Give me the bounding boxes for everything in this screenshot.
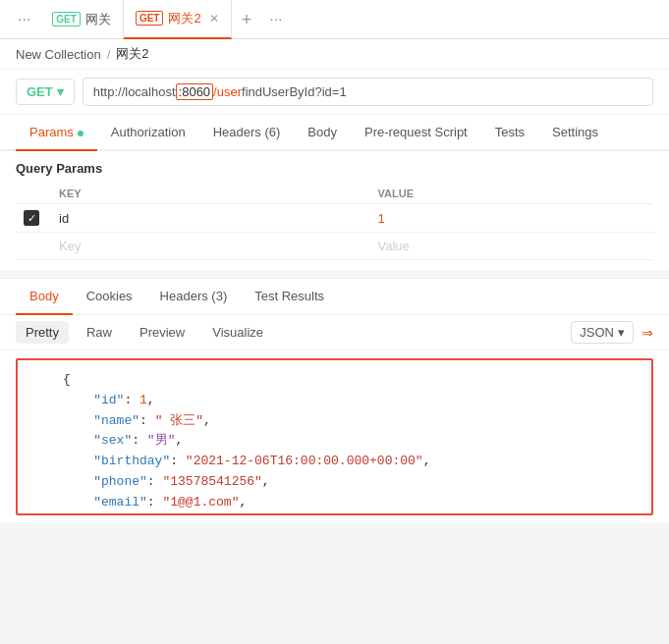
tab2-name: 网关2 [168,10,200,27]
param-key-empty[interactable]: Key [51,233,370,260]
tab-headers[interactable]: Headers (6) [199,115,295,151]
resp-tab-testresults-label: Test Results [254,289,324,303]
url-input[interactable]: http://localhost:8060/userfindUserById?i… [83,78,653,106]
top-bar: ··· GET 网关 GET 网关2 ✕ + ··· [0,0,669,39]
tab-params[interactable]: Params [16,115,97,151]
fmt-raw[interactable]: Raw [77,321,122,344]
json-comma-name: , [203,411,211,432]
url-bar: GET ▾ http://localhost:8060/userfindUser… [0,70,669,115]
json-line-sex: "sex" : "男" , [33,431,636,452]
json-colon-sex: : [132,431,147,452]
json-colon-phone: : [147,472,163,493]
json-comma-phone: , [262,472,270,493]
key-placeholder: Key [59,239,81,253]
breadcrumb: New Collection / 网关2 [0,39,669,70]
nav-tabs: Params Authorization Headers (6) Body Pr… [0,115,669,151]
tab-prerequest-label: Pre-request Script [364,125,468,139]
resp-tab-body[interactable]: Body [16,279,73,315]
tab-tests-label: Tests [495,125,525,139]
tab2-method: GET [136,11,164,26]
tab-settings[interactable]: Settings [538,115,612,151]
tab-settings-label: Settings [552,125,598,139]
tab-gateway2[interactable]: GET 网关2 ✕ [124,0,232,39]
param-value-id[interactable]: 1 [370,204,654,233]
param-value-empty[interactable]: Value [370,233,654,260]
json-format-select[interactable]: JSON ▾ [571,321,634,344]
json-line-email: "email" : "1@@1.com" , [33,493,636,513]
tab-body[interactable]: Body [294,115,351,151]
method-chevron: ▾ [57,84,64,99]
json-format-chevron: ▾ [618,325,625,340]
tab-tests[interactable]: Tests [481,115,538,151]
json-key-id: "id" [63,391,124,411]
json-val-birthday: "2021-12-06T16:00:00.000+00:00" [186,452,423,472]
json-val-email: "1@@1.com" [162,493,239,513]
json-line-id: "id" : 1 , [33,391,636,411]
tab-prerequest[interactable]: Pre-request Script [351,115,481,151]
filter-icon[interactable]: ⇒ [641,325,653,341]
row-checkbox[interactable]: ✓ [24,210,39,226]
response-area: Body Cookies Headers (3) Test Results Pr… [0,278,669,523]
json-colon-birthday: : [170,452,186,472]
params-table: KEY VALUE ✓ id 1 [16,184,653,260]
resp-tab-cookies-label: Cookies [86,289,133,303]
col-check-header [16,184,51,204]
json-line-brace: { [33,370,636,391]
menu-icon: ··· [18,11,30,27]
url-host: http://localhost [93,84,176,99]
url-query: findUserById?id=1 [242,84,347,99]
check-icon: ✓ [28,212,36,225]
resp-tab-cookies[interactable]: Cookies [73,279,146,315]
add-tab-button[interactable]: + [232,0,262,39]
json-open-brace: { [63,370,71,391]
breadcrumb-separator: / [107,47,111,62]
json-val-name: " 张三" [155,411,203,432]
json-colon-name: : [139,411,155,432]
response-tabs: Body Cookies Headers (3) Test Results [0,279,669,315]
tab1-method: GET [52,12,81,27]
json-line-birthday: "birthday" : "2021-12-06T16:00:00.000+00… [33,452,636,472]
json-key-email: "email" [63,493,147,513]
tab-gateway1[interactable]: GET 网关 [40,0,124,39]
main-content: New Collection / 网关2 GET ▾ http://localh… [0,39,669,644]
json-key-sex: "sex" [63,431,132,452]
col-key-header: KEY [51,184,370,204]
resp-tab-body-label: Body [29,289,59,303]
method-select[interactable]: GET ▾ [16,79,75,105]
json-response-body: { "id" : 1 , "name" : " 张三" , "sex" : [16,358,653,515]
resp-tab-headers[interactable]: Headers (3) [146,279,242,315]
json-comma-birthday: , [423,452,431,472]
table-row-empty: Key Value [16,233,653,260]
query-params-title: Query Params [16,161,653,176]
json-key-phone: "phone" [63,472,147,493]
json-line-phone: "phone" : "13578541256" , [33,472,636,493]
param-key-id[interactable]: id [51,204,370,233]
json-val-phone: "13578541256" [162,472,261,493]
param-value-text: 1 [378,211,385,226]
resp-tab-headers-label: Headers (3) [160,289,228,303]
tab-authorization[interactable]: Authorization [97,115,199,151]
json-val-sex: "男" [147,431,176,452]
query-params-section: Query Params KEY VALUE ✓ id [0,151,669,270]
breadcrumb-collection[interactable]: New Collection [16,47,101,62]
table-row: ✓ id 1 [16,204,653,233]
breadcrumb-current: 网关2 [116,45,148,63]
fmt-visualize[interactable]: Visualize [202,321,273,344]
fmt-pretty[interactable]: Pretty [16,321,69,344]
tab-body-label: Body [307,125,337,139]
tab-params-label: Params [29,125,74,139]
json-comma-id: , [147,391,155,411]
tab2-close[interactable]: ✕ [209,12,219,26]
url-path: /user [213,84,242,99]
fmt-preview[interactable]: Preview [130,321,195,344]
format-row: Pretty Raw Preview Visualize JSON ▾ ⇒ [0,315,669,350]
resp-tab-testresults[interactable]: Test Results [241,279,338,315]
tab1-name: 网关 [85,11,111,28]
json-colon-email: : [147,493,163,513]
json-comma-sex: , [175,431,183,452]
more-options-button[interactable]: ··· [261,11,290,28]
json-key-birthday: "birthday" [63,452,170,472]
value-placeholder: Value [378,239,410,253]
sidebar-toggle[interactable]: ··· [8,11,40,28]
json-format-label: JSON [580,325,614,340]
